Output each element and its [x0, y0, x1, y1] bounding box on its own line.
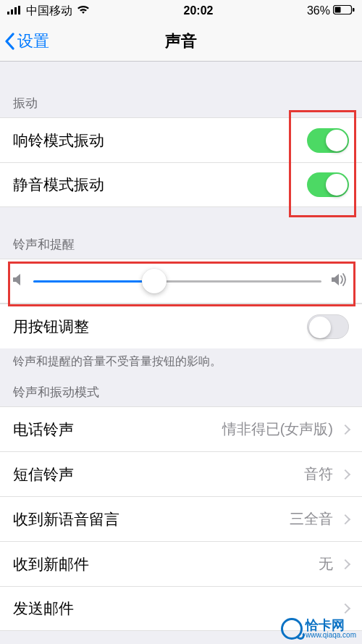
- ring-vibrate-toggle[interactable]: [307, 128, 349, 153]
- chevron-right-icon: [340, 469, 350, 479]
- back-button[interactable]: 设置: [4, 30, 49, 52]
- svg-rect-2: [14, 7, 17, 14]
- pattern-row[interactable]: 收到新语音留言三全音: [0, 496, 362, 541]
- button-adjust-toggle[interactable]: [307, 314, 349, 339]
- chevron-right-icon: [340, 559, 350, 569]
- status-bar: 中国移动 20:02 36%: [0, 0, 362, 22]
- svg-rect-6: [353, 8, 355, 12]
- volume-slider[interactable]: [33, 280, 321, 283]
- pattern-row[interactable]: 短信铃声音符: [0, 451, 362, 496]
- battery-percent: 36%: [307, 4, 330, 17]
- status-time: 20:02: [184, 4, 214, 17]
- pattern-value: 情非得已(女声版): [222, 419, 333, 439]
- pattern-row[interactable]: 收到新邮件无: [0, 541, 362, 586]
- slider-thumb[interactable]: [142, 269, 167, 293]
- pattern-label: 发送邮件: [13, 598, 333, 619]
- row-silent-vibrate: 静音模式振动: [0, 162, 362, 207]
- svg-rect-0: [7, 12, 9, 14]
- section-footer-ringer: 铃声和提醒的音量不受音量按钮的影响。: [0, 348, 362, 380]
- pattern-value: 音符: [304, 464, 333, 484]
- pattern-label: 收到新语音留言: [13, 509, 290, 530]
- pattern-value: 三全音: [290, 509, 333, 529]
- volume-low-icon: [13, 273, 23, 289]
- battery-icon: [333, 4, 355, 17]
- page-title: 声音: [0, 30, 362, 52]
- silent-vibrate-toggle[interactable]: [307, 172, 349, 197]
- pattern-label: 短信铃声: [13, 464, 304, 485]
- chevron-right-icon: [340, 424, 350, 434]
- carrier-label: 中国移动: [26, 4, 72, 19]
- chevron-left-icon: [4, 33, 16, 50]
- watermark: 恰卡网 www.qiaqa.com: [281, 618, 356, 640]
- row-button-adjust: 用按钮调整: [0, 304, 362, 348]
- status-right: 36%: [307, 4, 355, 17]
- pattern-value: 无: [319, 554, 333, 574]
- nav-bar: 设置 声音: [0, 22, 362, 62]
- watermark-logo-icon: [281, 618, 303, 640]
- section-header-patterns: 铃声和振动模式: [0, 380, 362, 406]
- svg-rect-1: [11, 9, 13, 14]
- svg-rect-5: [334, 7, 340, 13]
- pattern-label: 电话铃声: [13, 419, 222, 440]
- section-header-ringer: 铃声和提醒: [0, 223, 362, 259]
- chevron-right-icon: [340, 514, 350, 524]
- status-left: 中国移动: [7, 4, 90, 19]
- pattern-row[interactable]: 电话铃声情非得已(女声版): [0, 406, 362, 451]
- wifi-icon: [77, 4, 90, 17]
- svg-rect-3: [18, 6, 20, 14]
- volume-high-icon: [332, 272, 349, 290]
- signal-icon: [7, 4, 22, 17]
- row-ring-vibrate: 响铃模式振动: [0, 117, 362, 162]
- pattern-label: 收到新邮件: [13, 554, 319, 574]
- silent-vibrate-label: 静音模式振动: [13, 175, 307, 195]
- watermark-name: 恰卡网: [306, 619, 356, 632]
- watermark-url: www.qiaqa.com: [306, 632, 356, 639]
- section-header-vibration: 振动: [0, 82, 362, 117]
- button-adjust-label: 用按钮调整: [13, 317, 307, 337]
- volume-slider-row: [0, 259, 362, 304]
- chevron-right-icon: [340, 603, 350, 614]
- back-label: 设置: [17, 30, 49, 52]
- ring-vibrate-label: 响铃模式振动: [13, 130, 307, 151]
